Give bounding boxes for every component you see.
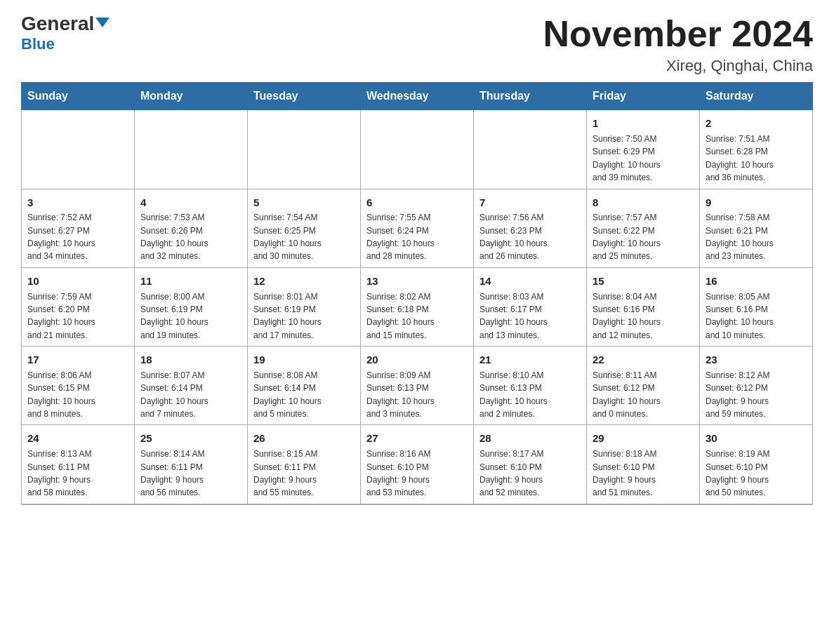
day-info: Sunrise: 8:12 AM Sunset: 6:12 PM Dayligh… — [706, 370, 769, 419]
calendar-cell: 21Sunrise: 8:10 AM Sunset: 6:13 PM Dayli… — [474, 347, 587, 425]
header-thursday: Thursday — [474, 83, 587, 110]
calendar-cell: 12Sunrise: 8:01 AM Sunset: 6:19 PM Dayli… — [248, 267, 361, 346]
header-tuesday: Tuesday — [248, 83, 361, 110]
day-info: Sunrise: 8:17 AM Sunset: 6:10 PM Dayligh… — [479, 449, 543, 497]
day-info: Sunrise: 8:05 AM Sunset: 6:16 PM Dayligh… — [706, 292, 774, 340]
day-number: 2 — [706, 116, 807, 131]
calendar-week-row: 10Sunrise: 7:59 AM Sunset: 6:20 PM Dayli… — [22, 267, 813, 346]
calendar-cell: 29Sunrise: 8:18 AM Sunset: 6:10 PM Dayli… — [587, 425, 700, 504]
calendar-cell: 25Sunrise: 8:14 AM Sunset: 6:11 PM Dayli… — [135, 425, 248, 504]
day-info: Sunrise: 8:03 AM Sunset: 6:17 PM Dayligh… — [479, 292, 548, 340]
calendar-cell: 20Sunrise: 8:09 AM Sunset: 6:13 PM Dayli… — [361, 347, 474, 425]
calendar-cell: 10Sunrise: 7:59 AM Sunset: 6:20 PM Dayli… — [22, 267, 135, 346]
day-info: Sunrise: 7:54 AM Sunset: 6:25 PM Dayligh… — [253, 213, 322, 261]
day-number: 25 — [140, 431, 241, 446]
calendar-week-row: 17Sunrise: 8:06 AM Sunset: 6:15 PM Dayli… — [22, 347, 813, 425]
day-number: 19 — [253, 352, 355, 368]
calendar-cell: 5Sunrise: 7:54 AM Sunset: 6:25 PM Daylig… — [248, 189, 361, 267]
header-wednesday: Wednesday — [361, 83, 474, 110]
location: Xireg, Qinghai, China — [543, 57, 813, 75]
day-number: 3 — [27, 195, 128, 210]
calendar-week-row: 24Sunrise: 8:13 AM Sunset: 6:11 PM Dayli… — [22, 425, 813, 504]
day-number: 23 — [706, 352, 807, 368]
day-info: Sunrise: 7:55 AM Sunset: 6:24 PM Dayligh… — [366, 213, 435, 261]
page-header: General Blue November 2024 Xireg, Qingha… — [21, 14, 813, 75]
logo-blue: Blue — [21, 35, 55, 53]
month-title: November 2024 — [543, 14, 813, 54]
calendar-cell: 18Sunrise: 8:07 AM Sunset: 6:14 PM Dayli… — [135, 347, 248, 425]
day-info: Sunrise: 8:06 AM Sunset: 6:15 PM Dayligh… — [27, 370, 95, 419]
day-number: 13 — [366, 274, 468, 289]
calendar-table: SundayMondayTuesdayWednesdayThursdayFrid… — [21, 82, 813, 505]
day-number: 18 — [140, 352, 241, 368]
calendar-cell: 24Sunrise: 8:13 AM Sunset: 6:11 PM Dayli… — [22, 425, 135, 504]
day-info: Sunrise: 7:58 AM Sunset: 6:21 PM Dayligh… — [706, 213, 774, 261]
day-info: Sunrise: 8:08 AM Sunset: 6:14 PM Dayligh… — [253, 370, 322, 419]
calendar-cell: 4Sunrise: 7:53 AM Sunset: 6:26 PM Daylig… — [135, 189, 248, 267]
calendar-week-row: 1Sunrise: 7:50 AM Sunset: 6:29 PM Daylig… — [22, 110, 813, 189]
day-number: 30 — [706, 431, 807, 446]
calendar-cell: 7Sunrise: 7:56 AM Sunset: 6:23 PM Daylig… — [474, 189, 587, 267]
day-info: Sunrise: 8:15 AM Sunset: 6:11 PM Dayligh… — [253, 449, 317, 497]
calendar-cell: 16Sunrise: 8:05 AM Sunset: 6:16 PM Dayli… — [700, 267, 813, 346]
logo: General Blue — [21, 14, 110, 53]
day-info: Sunrise: 7:57 AM Sunset: 6:22 PM Dayligh… — [593, 213, 661, 261]
day-info: Sunrise: 8:00 AM Sunset: 6:19 PM Dayligh… — [140, 292, 208, 340]
calendar-cell: 14Sunrise: 8:03 AM Sunset: 6:17 PM Dayli… — [474, 267, 587, 346]
calendar-cell: 22Sunrise: 8:11 AM Sunset: 6:12 PM Dayli… — [587, 347, 700, 425]
day-number: 14 — [479, 274, 581, 289]
day-number: 22 — [593, 352, 694, 368]
title-area: November 2024 Xireg, Qinghai, China — [543, 14, 813, 75]
day-number: 12 — [253, 274, 355, 289]
header-saturday: Saturday — [700, 83, 813, 110]
day-number: 5 — [253, 195, 355, 210]
day-info: Sunrise: 7:51 AM Sunset: 6:28 PM Dayligh… — [706, 134, 774, 182]
header-sunday: Sunday — [22, 83, 135, 110]
header-friday: Friday — [587, 83, 700, 110]
day-info: Sunrise: 8:10 AM Sunset: 6:13 PM Dayligh… — [479, 370, 548, 419]
header-monday: Monday — [135, 83, 248, 110]
day-number: 15 — [593, 274, 694, 289]
calendar-cell: 11Sunrise: 8:00 AM Sunset: 6:19 PM Dayli… — [135, 267, 248, 346]
day-number: 21 — [479, 352, 581, 368]
day-number: 6 — [366, 195, 468, 210]
day-info: Sunrise: 8:13 AM Sunset: 6:11 PM Dayligh… — [27, 449, 91, 497]
day-number: 8 — [593, 195, 694, 210]
calendar-cell: 2Sunrise: 7:51 AM Sunset: 6:28 PM Daylig… — [700, 110, 813, 189]
day-number: 7 — [479, 195, 581, 210]
day-info: Sunrise: 7:52 AM Sunset: 6:27 PM Dayligh… — [27, 213, 95, 261]
calendar-cell — [248, 110, 361, 189]
day-info: Sunrise: 8:14 AM Sunset: 6:11 PM Dayligh… — [140, 449, 204, 497]
calendar-cell: 9Sunrise: 7:58 AM Sunset: 6:21 PM Daylig… — [700, 189, 813, 267]
day-info: Sunrise: 8:02 AM Sunset: 6:18 PM Dayligh… — [366, 292, 435, 340]
day-number: 26 — [253, 431, 355, 446]
day-info: Sunrise: 8:09 AM Sunset: 6:13 PM Dayligh… — [366, 370, 435, 419]
calendar-cell: 13Sunrise: 8:02 AM Sunset: 6:18 PM Dayli… — [361, 267, 474, 346]
day-info: Sunrise: 8:19 AM Sunset: 6:10 PM Dayligh… — [706, 449, 769, 497]
day-number: 17 — [27, 352, 128, 368]
calendar-cell: 6Sunrise: 7:55 AM Sunset: 6:24 PM Daylig… — [361, 189, 474, 267]
calendar-cell — [22, 110, 135, 189]
day-number: 20 — [366, 352, 468, 368]
logo-triangle-icon — [95, 18, 110, 27]
calendar-cell: 28Sunrise: 8:17 AM Sunset: 6:10 PM Dayli… — [474, 425, 587, 504]
calendar-header-row: SundayMondayTuesdayWednesdayThursdayFrid… — [22, 83, 813, 110]
day-info: Sunrise: 7:50 AM Sunset: 6:29 PM Dayligh… — [593, 134, 661, 182]
day-info: Sunrise: 8:18 AM Sunset: 6:10 PM Dayligh… — [593, 449, 656, 497]
calendar-cell: 1Sunrise: 7:50 AM Sunset: 6:29 PM Daylig… — [587, 110, 700, 189]
calendar-cell — [135, 110, 248, 189]
logo-general: General — [21, 13, 94, 34]
day-info: Sunrise: 8:07 AM Sunset: 6:14 PM Dayligh… — [140, 370, 208, 419]
day-info: Sunrise: 8:16 AM Sunset: 6:10 PM Dayligh… — [366, 449, 430, 497]
calendar-cell: 19Sunrise: 8:08 AM Sunset: 6:14 PM Dayli… — [248, 347, 361, 425]
day-number: 10 — [27, 274, 128, 289]
calendar-week-row: 3Sunrise: 7:52 AM Sunset: 6:27 PM Daylig… — [22, 189, 813, 267]
calendar-cell: 23Sunrise: 8:12 AM Sunset: 6:12 PM Dayli… — [700, 347, 813, 425]
day-info: Sunrise: 7:59 AM Sunset: 6:20 PM Dayligh… — [27, 292, 95, 340]
day-number: 4 — [140, 195, 241, 210]
day-number: 11 — [140, 274, 241, 289]
day-number: 27 — [366, 431, 468, 446]
calendar-cell — [361, 110, 474, 189]
calendar-cell: 8Sunrise: 7:57 AM Sunset: 6:22 PM Daylig… — [587, 189, 700, 267]
day-number: 24 — [27, 431, 128, 446]
